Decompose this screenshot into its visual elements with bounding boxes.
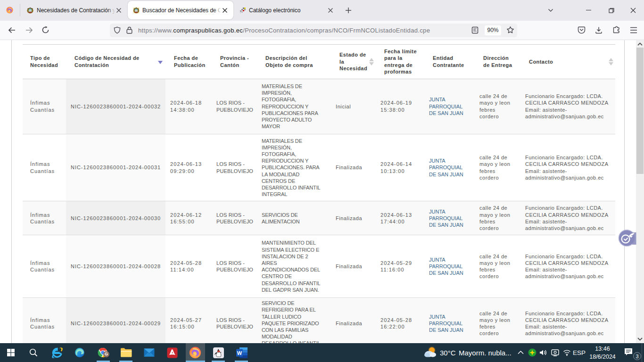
- svg-text:W: W: [237, 350, 242, 356]
